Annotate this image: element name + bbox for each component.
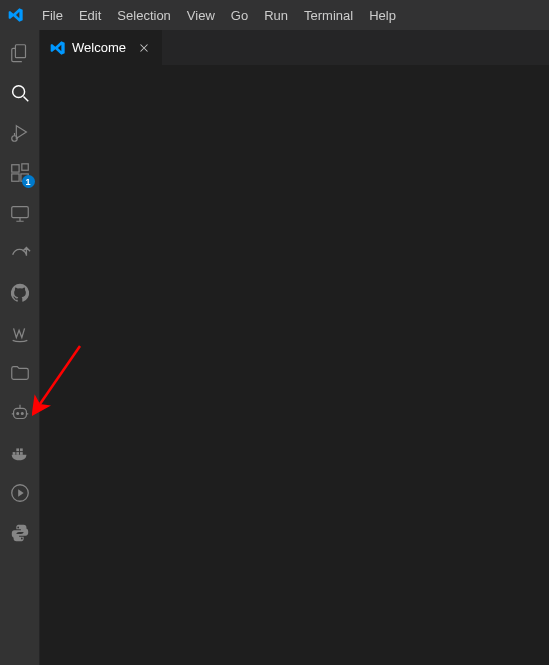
aws-icon — [9, 322, 31, 347]
remote-icon — [9, 202, 31, 227]
menu-go[interactable]: Go — [223, 0, 256, 30]
python-icon — [9, 522, 31, 547]
activity-run-debug[interactable] — [0, 114, 40, 154]
debug-icon — [9, 122, 31, 147]
files-icon — [9, 42, 31, 67]
menubar: File Edit Selection View Go Run Terminal… — [0, 0, 549, 30]
circle-play-icon — [9, 482, 31, 507]
svg-rect-7 — [11, 206, 28, 217]
svg-rect-3 — [11, 164, 18, 171]
activity-remote[interactable] — [0, 194, 40, 234]
svg-point-1 — [12, 85, 24, 97]
menu-view[interactable]: View — [179, 0, 223, 30]
editor-content[interactable] — [40, 65, 549, 665]
menu-edit[interactable]: Edit — [71, 0, 109, 30]
activity-extensions[interactable]: 1 — [0, 154, 40, 194]
menu-run[interactable]: Run — [256, 0, 296, 30]
menu-terminal[interactable]: Terminal — [296, 0, 361, 30]
extensions-badge: 1 — [22, 175, 35, 188]
svg-rect-12 — [16, 452, 19, 455]
menu-selection[interactable]: Selection — [109, 0, 178, 30]
activity-github[interactable] — [0, 274, 40, 314]
activity-search[interactable] — [0, 74, 40, 114]
activity-actions[interactable] — [0, 474, 40, 514]
activity-explorer[interactable] — [0, 34, 40, 74]
vscode-logo-icon — [8, 7, 24, 23]
share-icon — [9, 242, 31, 267]
robot-icon — [9, 402, 31, 427]
svg-point-9 — [16, 412, 18, 414]
tab-welcome[interactable]: Welcome — [40, 30, 163, 65]
github-icon — [9, 282, 31, 307]
svg-rect-4 — [11, 173, 18, 180]
activity-bar: 1 — [0, 30, 40, 665]
docker-icon — [9, 442, 31, 467]
activity-copilot[interactable] — [0, 394, 40, 434]
close-icon[interactable] — [136, 40, 152, 56]
svg-rect-8 — [13, 408, 26, 418]
svg-rect-15 — [20, 448, 23, 451]
tab-bar: Welcome — [40, 30, 549, 65]
activity-python[interactable] — [0, 514, 40, 554]
folder-icon — [9, 362, 31, 387]
menu-help[interactable]: Help — [361, 0, 404, 30]
svg-rect-11 — [12, 452, 15, 455]
menu-file[interactable]: File — [34, 0, 71, 30]
activity-aws[interactable] — [0, 314, 40, 354]
activity-docker[interactable] — [0, 434, 40, 474]
activity-share[interactable] — [0, 234, 40, 274]
svg-point-10 — [21, 412, 23, 414]
svg-rect-6 — [21, 163, 27, 169]
search-icon — [9, 82, 31, 107]
tab-label: Welcome — [72, 40, 126, 55]
svg-rect-0 — [15, 44, 25, 57]
activity-folders[interactable] — [0, 354, 40, 394]
vscode-icon — [50, 40, 66, 56]
svg-rect-13 — [20, 452, 23, 455]
editor-area: Welcome — [40, 30, 549, 665]
svg-rect-14 — [16, 448, 19, 451]
